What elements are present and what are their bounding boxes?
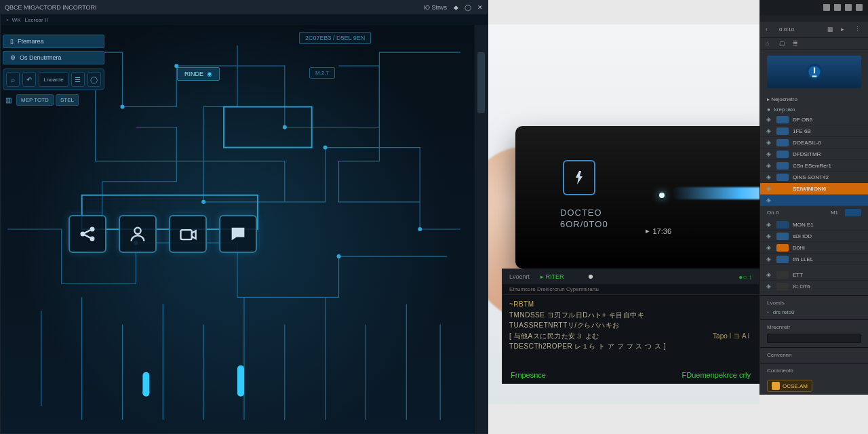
layer-row[interactable]: ◈IC OT6 [760,281,868,292]
visibility-icon[interactable]: ◈ [764,139,772,146]
layer-row[interactable]: ◈trh LLEL [760,254,868,265]
layer-row[interactable]: ◈ETT [760,269,868,281]
chip-2[interactable]: STEL [56,94,79,106]
color-swatch[interactable] [776,233,789,240]
node-tag: M.2.7 [309,67,335,79]
visibility-icon[interactable]: ◈ [764,127,772,134]
back-icon[interactable]: ‹ [6,17,8,23]
layer-row[interactable]: ◈DF OB6 [760,114,868,125]
svg-point-4 [323,146,328,150]
visibility-icon[interactable]: ◈ [764,244,772,251]
titlebar: QBCE MIGACTORD INCORTORI IO Stnvs ◆ ◯ ✕ [1,1,488,14]
visibility-icon[interactable]: ◈ [764,162,772,169]
layer-name: sDI lOD [793,233,864,239]
mix-label-b: M1 [831,210,838,216]
warning-badge[interactable]: OCSE.AM [767,380,812,392]
node-chip[interactable]: RINDE ◉ [177,67,220,81]
profile-button[interactable]: ◯ [87,72,101,87]
menu-icon[interactable]: ⋮ [854,26,863,34]
layer-row[interactable]: ◈DOEASIL-0 [760,137,868,149]
tray-icon [845,4,852,11]
home-icon[interactable]: ⌂ [766,40,774,48]
tray-icon [856,4,863,11]
color-swatch[interactable] [776,116,789,123]
close-icon[interactable]: ✕ [477,4,484,11]
color-swatch[interactable] [776,221,789,229]
folder-icon[interactable]: ▢ [779,40,787,48]
section-header: Commeolb [760,363,868,376]
mix-swatch[interactable] [845,209,861,216]
layer-row[interactable]: ◈MON E1 [760,219,868,231]
layers-icon[interactable]: ≣ [793,40,801,48]
color-swatch[interactable] [776,271,789,279]
settings-icon[interactable]: ◯ [465,4,471,11]
terminal-tab-1[interactable]: Lvoenrt [509,273,530,280]
back-icon[interactable]: ‹ [766,26,774,34]
chip-1[interactable]: MEP TOTD [16,94,54,106]
layer-row[interactable]: ◈CSn ESemRer1 [760,160,868,172]
svg-point-0 [120,104,124,108]
layer-row[interactable]: ◈SEIWINIONI6 [760,183,868,195]
device-app-icon [563,160,595,195]
terminal-line: ~RBTM [509,299,752,310]
color-swatch[interactable] [776,139,789,146]
visibility-icon[interactable]: ◈ [764,116,772,123]
user-button[interactable] [119,215,157,253]
visibility-icon[interactable]: ◈ [764,283,772,290]
color-swatch[interactable] [776,151,789,158]
canvas-label: 2C07EB3 / D5EL 9EN [299,32,371,44]
color-swatch[interactable] [776,174,789,181]
layer-name: CSn ESemRer1 [793,163,864,169]
user-menu-button[interactable]: ☰ [71,72,85,87]
svg-point-5 [418,227,422,231]
visibility-icon[interactable]: ◈ [764,256,772,262]
svg-point-14 [90,237,95,241]
sidebar-item-1[interactable]: ▯ Ftemarea [3,35,104,48]
properties-panel: ‹ 0 0:10 ▦ ▸ ⋮ ⌂ ▢ ≣ ▸ Nejosnetro ● krep… [760,15,868,395]
breadcrumb-root[interactable]: WK [12,17,21,23]
visibility-icon[interactable]: ◈ [764,174,772,180]
color-swatch[interactable] [776,256,789,263]
vertical-scrollbar[interactable] [474,25,488,433]
section-header: Lvoeds [760,295,868,308]
layer-row[interactable]: ◈1FE 6B [760,125,868,137]
layer-row[interactable]: ◈DFDSITMR [760,149,868,160]
grid-icon[interactable]: ▦ [827,26,835,34]
visibility-icon[interactable]: ◈ [764,151,772,157]
chat-button[interactable] [219,215,257,253]
layer-name: QINS SONT42 [793,174,864,180]
camera-button[interactable] [169,215,207,253]
property-input[interactable] [767,334,861,343]
color-swatch[interactable] [776,283,789,290]
visibility-icon[interactable]: ◈ [764,271,772,278]
visibility-icon[interactable]: ◈ [764,197,772,203]
layer-row[interactable]: ◈sDI lOD [760,231,868,242]
share-button[interactable] [68,215,106,253]
visibility-icon[interactable]: ◈ [764,221,772,228]
color-swatch[interactable] [776,127,789,135]
recording-indicator [589,275,593,279]
layer-row[interactable]: ◈QINS SONT42 [760,172,868,183]
os-menubar [760,0,868,15]
color-swatch[interactable] [776,162,789,170]
diamond-icon[interactable]: ◆ [452,4,459,11]
visibility-icon[interactable]: ◈ [764,185,772,192]
color-swatch[interactable] [776,244,789,252]
terminal-tabs: Lvoenrt ▸ RITER ●○ ↕ [502,269,759,284]
layer-thumbnail[interactable] [767,56,861,88]
play-icon[interactable]: ▸ [841,26,849,34]
sidebar-item-2[interactable]: ⚙ Os Denutrmera [3,51,104,64]
scrollbar-thumb[interactable] [477,52,485,113]
color-swatch[interactable] [776,185,789,193]
breadcrumb-page[interactable]: Lecrear II [25,17,48,23]
layer-row[interactable]: ◈ [760,195,868,206]
terminal-tab-2[interactable]: ▸ RITER [540,273,564,280]
visibility-icon[interactable]: ◈ [764,233,772,239]
filter-input[interactable]: Lnoarde [39,72,68,87]
search-button[interactable]: ⌕ [6,72,20,87]
undo-button[interactable]: ↶ [22,72,36,87]
layer-row[interactable]: ◈D0Hi [760,242,868,254]
tray-icon [834,4,841,11]
color-swatch[interactable] [776,197,789,204]
terminal-output[interactable]: ~RBTM TMNDSSE ヨ刃フル日Dハト+ キ目自中キ TUASSRETNR… [502,295,759,356]
